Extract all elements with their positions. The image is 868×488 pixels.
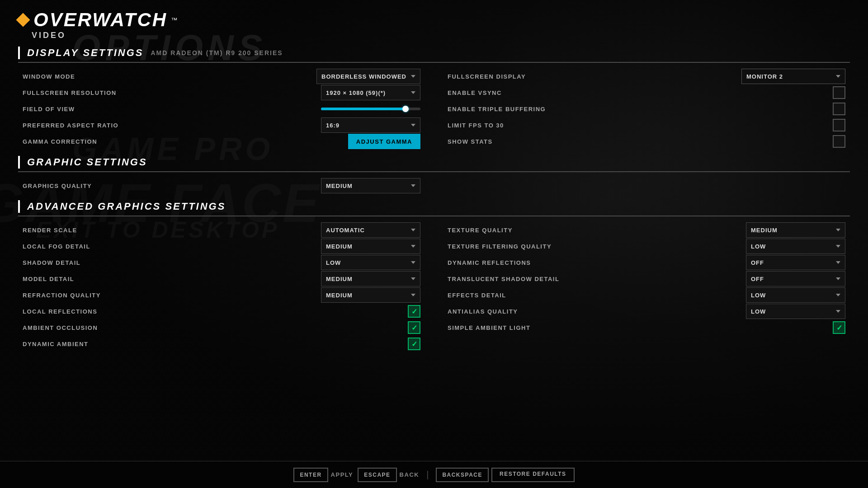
texture-quality-control[interactable]: MEDIUM	[746, 222, 845, 238]
escape-back-btn[interactable]: ESCAPE BACK	[358, 468, 419, 482]
dynamic-ambient-checkmark: ✓	[411, 340, 417, 348]
model-detail-control[interactable]: MEDIUM	[321, 271, 420, 286]
simple-ambient-light-checkmark: ✓	[836, 324, 842, 332]
render-scale-label: RENDER SCALE	[23, 227, 77, 234]
enable-vsync-control[interactable]	[833, 86, 845, 99]
advanced-graphics-header: ADVANCED GRAPHICS SETTINGS	[18, 200, 850, 216]
gamma-correction-control[interactable]: ADJUST GAMMA	[348, 134, 420, 149]
shadow-detail-row: SHADOW DETAIL LOW	[23, 254, 420, 271]
enable-vsync-checkbox[interactable]	[833, 86, 845, 99]
preferred-aspect-ratio-dropdown[interactable]: 16:9	[321, 117, 420, 133]
fullscreen-resolution-arrow-icon	[411, 91, 415, 94]
render-scale-row: RENDER SCALE Automatic	[23, 222, 420, 238]
local-fog-detail-value: MEDIUM	[326, 243, 353, 250]
simple-ambient-light-control[interactable]: ✓	[833, 321, 845, 334]
fullscreen-display-value: Monitor 2	[746, 73, 783, 80]
antialias-quality-dropdown[interactable]: LOW	[746, 304, 845, 319]
effects-detail-control[interactable]: LOW	[746, 287, 845, 303]
texture-filtering-quality-arrow-icon	[836, 245, 840, 248]
effects-detail-value: LOW	[751, 292, 766, 299]
texture-filtering-quality-dropdown[interactable]: LOW	[746, 239, 845, 254]
render-scale-arrow-icon	[411, 229, 415, 231]
texture-quality-value: MEDIUM	[751, 227, 778, 234]
backspace-restore-btn[interactable]: BACKSPACE RESTORE DEFAULTS	[436, 468, 574, 482]
render-scale-value: Automatic	[326, 227, 365, 234]
enable-triple-buffering-control[interactable]	[833, 103, 845, 115]
graphics-quality-row: GRAPHICS QUALITY MEDIUM	[23, 178, 420, 194]
local-fog-detail-control[interactable]: MEDIUM	[321, 239, 420, 254]
texture-filtering-quality-value: LOW	[751, 243, 766, 250]
texture-filtering-quality-control[interactable]: LOW	[746, 239, 845, 254]
fullscreen-resolution-dropdown[interactable]: 868 × 488 (59)(*)	[321, 85, 420, 100]
backspace-key[interactable]: BACKSPACE	[436, 468, 489, 482]
refraction-quality-dropdown[interactable]: MEDIUM	[321, 287, 420, 303]
ambient-occlusion-label: AMBIENT OCCLUSION	[23, 324, 98, 331]
slider-track[interactable]	[321, 108, 420, 110]
dynamic-reflections-control[interactable]: OFF	[746, 255, 845, 270]
model-detail-dropdown[interactable]: MEDIUM	[321, 271, 420, 286]
fullscreen-resolution-row: FULLSCREEN RESOLUTION 868 × 488 (59)(*…	[23, 84, 420, 101]
antialias-quality-row: ANTIALIAS QUALITY LOW	[448, 303, 845, 319]
logo-diamond-icon	[16, 13, 30, 27]
local-reflections-control[interactable]: ✓	[408, 305, 420, 318]
ambient-occlusion-checkbox[interactable]: ✓	[408, 321, 420, 334]
escape-key[interactable]: ESCAPE	[358, 468, 396, 482]
graphics-quality-dropdown[interactable]: MEDIUM	[321, 178, 420, 193]
refraction-quality-control[interactable]: MEDIUM	[321, 287, 420, 303]
antialias-quality-control[interactable]: LOW	[746, 304, 845, 319]
effects-detail-dropdown[interactable]: LOW	[746, 287, 845, 303]
enter-apply-btn[interactable]: ENTER APPLY	[293, 468, 353, 482]
field-of-view-row: FIELD OF VIEW	[23, 101, 420, 117]
dynamic-ambient-checkbox[interactable]: ✓	[408, 338, 420, 350]
graphic-section-bar	[18, 156, 20, 169]
shadow-detail-value: LOW	[326, 259, 341, 266]
dynamic-reflections-arrow-icon	[836, 261, 840, 264]
field-of-view-slider[interactable]	[321, 108, 420, 110]
texture-quality-dropdown[interactable]: MEDIUM	[746, 222, 845, 238]
fullscreen-display-control[interactable]: Monitor 2	[741, 69, 845, 84]
fullscreen-resolution-control[interactable]: 868 × 488 (59)(*)	[321, 85, 420, 100]
translucent-shadow-detail-arrow-icon	[836, 277, 840, 280]
local-fog-detail-dropdown[interactable]: MEDIUM	[321, 239, 420, 254]
dynamic-ambient-label: DYNAMIC AMBIENT	[23, 341, 89, 347]
effects-detail-arrow-icon	[836, 294, 840, 296]
render-scale-control[interactable]: Automatic	[321, 222, 420, 238]
fullscreen-display-dropdown[interactable]: Monitor 2	[741, 69, 845, 84]
effects-detail-label: EFFECTS DETAIL	[448, 292, 506, 299]
model-detail-label: MODEL DETAIL	[23, 276, 74, 282]
show-stats-control[interactable]	[833, 135, 845, 148]
advanced-graphics-title: ADVANCED GRAPHICS SETTINGS	[27, 201, 226, 212]
limit-fps-control[interactable]	[833, 119, 845, 131]
slider-thumb[interactable]	[402, 106, 409, 112]
adjust-gamma-button[interactable]: ADJUST GAMMA	[348, 134, 420, 149]
window-mode-control[interactable]: BORDERLESS WINDOWED	[316, 69, 420, 84]
graphics-quality-arrow-icon	[411, 184, 415, 187]
shadow-detail-dropdown[interactable]: LOW	[321, 255, 420, 270]
preferred-aspect-ratio-control[interactable]: 16:9	[321, 117, 420, 133]
dynamic-reflections-dropdown[interactable]: OFF	[746, 255, 845, 270]
dynamic-reflections-row: DYNAMIC REFLECTIONS OFF	[448, 254, 845, 271]
render-scale-dropdown[interactable]: Automatic	[321, 222, 420, 238]
limit-fps-row: LIMIT FPS TO 30	[448, 117, 845, 133]
dynamic-ambient-control[interactable]: ✓	[408, 338, 420, 350]
local-fog-detail-arrow-icon	[411, 245, 415, 248]
simple-ambient-light-checkbox[interactable]: ✓	[833, 321, 845, 334]
enable-triple-buffering-checkbox[interactable]	[833, 103, 845, 115]
restore-defaults-button[interactable]: RESTORE DEFAULTS	[491, 468, 575, 482]
local-reflections-checkbox[interactable]: ✓	[408, 305, 420, 318]
graphics-quality-control[interactable]: MEDIUM	[321, 178, 420, 193]
display-settings-subtitle: AMD RADEON (TM) R9 200 SERIES	[151, 49, 283, 56]
show-stats-row: SHOW STATS	[448, 133, 845, 150]
translucent-shadow-detail-control[interactable]: OFF	[746, 271, 845, 286]
local-reflections-checkmark: ✓	[411, 307, 417, 316]
window-mode-dropdown[interactable]: BORDERLESS WINDOWED	[316, 69, 420, 84]
dynamic-ambient-row: DYNAMIC AMBIENT ✓	[23, 336, 420, 352]
field-of-view-label: FIELD OF VIEW	[23, 106, 75, 113]
shadow-detail-control[interactable]: LOW	[321, 255, 420, 270]
show-stats-checkbox[interactable]	[833, 135, 845, 148]
limit-fps-checkbox[interactable]	[833, 119, 845, 131]
fullscreen-resolution-label: FULLSCREEN RESOLUTION	[23, 89, 117, 96]
ambient-occlusion-control[interactable]: ✓	[408, 321, 420, 334]
enter-key[interactable]: ENTER	[293, 468, 328, 482]
translucent-shadow-detail-dropdown[interactable]: OFF	[746, 271, 845, 286]
